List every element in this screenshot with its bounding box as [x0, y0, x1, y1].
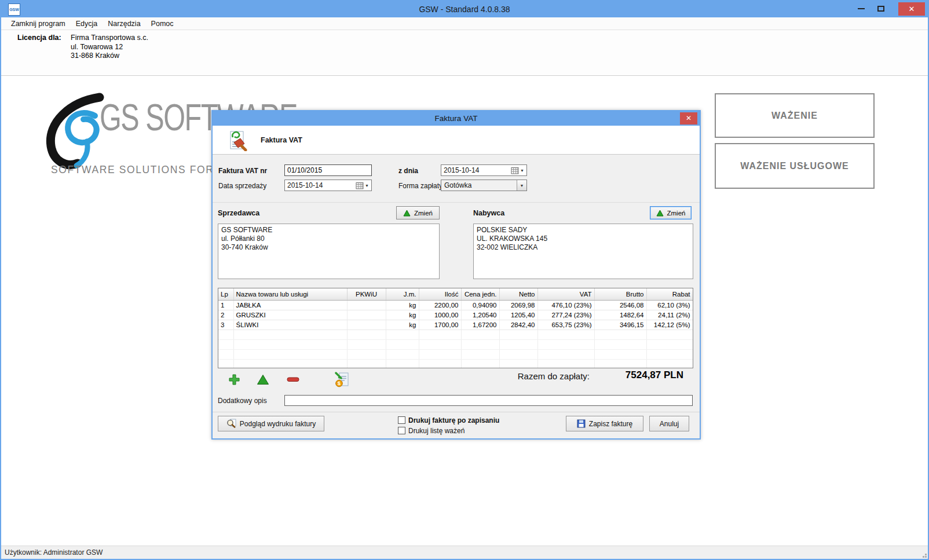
table-cell: 1,20540	[461, 310, 499, 320]
dialog-header: Faktura VAT	[213, 126, 700, 155]
table-cell	[646, 339, 693, 349]
table-row[interactable]: 3ŚLIWKIkg1700,001,672002842,40653,75 (23…	[218, 320, 693, 330]
table-cell: 142,12 (5%)	[646, 320, 693, 330]
menu-bar: Zamknij programEdycjaNarzędziaPomoc	[1, 17, 928, 30]
invoice-dialog: Faktura VAT ✕ Faktura VAT Faktura VAT nr…	[211, 110, 701, 440]
column-header[interactable]: Cena jedn.	[461, 288, 499, 300]
table-cell: 1	[218, 300, 233, 310]
column-header[interactable]: Lp	[218, 288, 233, 300]
edit-item-button[interactable]	[255, 372, 270, 387]
table-row-empty[interactable]	[218, 339, 693, 349]
table-cell	[419, 359, 461, 368]
table-row-empty[interactable]	[218, 330, 693, 339]
print-invoice-label: Drukuj fakturę po zapisaniu	[408, 416, 499, 424]
table-row-empty[interactable]	[218, 349, 693, 359]
table-cell	[386, 349, 419, 359]
table-cell: 1482,64	[594, 310, 646, 320]
address-line: POLSKIE SADY	[477, 226, 690, 235]
table-cell	[218, 339, 233, 349]
license-panel: Licencja dla: Firma Transportowa s.c.ul.…	[1, 30, 928, 76]
table-row[interactable]: 1JABŁKAkg2200,000,940902069,98476,10 (23…	[218, 300, 693, 310]
table-cell	[347, 349, 386, 359]
column-header[interactable]: Rabat	[646, 288, 693, 300]
table-cell: 277,24 (23%)	[537, 310, 594, 320]
print-weighing-list-checkbox[interactable]: Drukuj listę ważeń	[398, 426, 465, 435]
address-line: GS SOFTWARE	[221, 226, 436, 235]
table-cell	[594, 330, 646, 339]
seller-change-button[interactable]: Zmień	[396, 206, 440, 219]
menu-item[interactable]: Pomoc	[146, 17, 179, 30]
maximize-icon	[877, 6, 884, 12]
service-weighing-button[interactable]: WAŻENIE USŁUGOWE	[715, 143, 875, 189]
print-invoice-checkbox[interactable]: Drukuj fakturę po zapisaniu	[398, 416, 499, 424]
price-list-button[interactable]: $	[334, 372, 349, 387]
payment-method-select[interactable]: Gotówka ▼	[441, 180, 527, 191]
table-cell	[419, 330, 461, 339]
column-header[interactable]: Ilość	[419, 288, 461, 300]
table-cell	[461, 330, 499, 339]
dropdown-icon[interactable]: ▼	[364, 184, 371, 188]
address-line: 32-002 WIELICZKA	[477, 243, 690, 252]
menu-item[interactable]: Narzędzia	[103, 17, 145, 30]
weighing-button[interactable]: WAŻENIE	[715, 93, 875, 138]
table-cell	[347, 339, 386, 349]
table-row[interactable]: 2GRUSZKIkg1000,001,205401205,40277,24 (2…	[218, 310, 693, 320]
calendar-icon[interactable]	[511, 167, 519, 174]
table-cell	[347, 330, 386, 339]
buyer-address[interactable]: POLSKIE SADYUL. KRAKOWSKA 14532-002 WIEL…	[473, 224, 693, 279]
license-line: Firma Transportowa s.c.	[71, 34, 148, 43]
save-invoice-label: Zapisz fakturę	[589, 420, 632, 428]
buyer-change-button[interactable]: Zmień	[650, 206, 692, 219]
title-bar: GSW GSW - Standard 4.0.8.38 ✕	[1, 1, 928, 17]
checkbox-icon[interactable]	[398, 416, 405, 424]
cancel-button[interactable]: Anuluj	[649, 416, 689, 431]
dropdown-icon[interactable]: ▼	[517, 180, 526, 191]
dialog-close-button[interactable]: ✕	[680, 112, 697, 125]
issue-date-field[interactable]: 2015-10-14 ▼	[441, 164, 527, 176]
column-header[interactable]: VAT	[537, 288, 594, 300]
column-header[interactable]: Netto	[499, 288, 537, 300]
print-preview-button[interactable]: Podgląd wydruku faktury	[218, 416, 324, 431]
column-header[interactable]: J.m.	[386, 288, 419, 300]
seller-address[interactable]: GS SOFTWAREul. Półłanki 8030-740 Kraków	[218, 224, 440, 279]
table-cell: 1000,00	[419, 310, 461, 320]
issue-date-value: 2015-10-14	[444, 166, 511, 174]
sale-date-label: Data sprzedaży	[218, 180, 266, 192]
table-cell: 1205,40	[499, 310, 537, 320]
table-row-empty[interactable]	[218, 359, 693, 368]
floppy-icon	[577, 419, 586, 428]
menu-item[interactable]: Zamknij program	[6, 17, 71, 30]
table-cell	[419, 339, 461, 349]
invoice-stamp-icon	[226, 130, 247, 153]
description-input[interactable]	[284, 395, 693, 406]
resize-grip[interactable]	[925, 556, 927, 558]
description-label: Dodatkowy opis	[218, 396, 267, 407]
minimize-button[interactable]	[853, 1, 870, 16]
add-item-button[interactable]	[226, 372, 242, 387]
close-button[interactable]: ✕	[898, 2, 925, 16]
items-table[interactable]: LpNazwa towaru lub usługiPKWiUJ.m.IlośćC…	[218, 288, 693, 368]
maximize-button[interactable]	[872, 1, 890, 16]
dropdown-icon[interactable]: ▼	[519, 169, 526, 173]
column-header[interactable]: PKWiU	[347, 288, 386, 300]
sale-date-field[interactable]: 2015-10-14 ▼	[284, 180, 372, 191]
table-cell	[461, 359, 499, 368]
table-cell: 476,10 (23%)	[537, 300, 594, 310]
table-cell: 2200,00	[419, 300, 461, 310]
table-body: 1JABŁKAkg2200,000,940902069,98476,10 (23…	[218, 300, 693, 368]
save-invoice-button[interactable]: Zapisz fakturę	[566, 416, 643, 431]
invoice-number-input[interactable]	[284, 164, 372, 176]
calendar-icon[interactable]	[356, 182, 364, 189]
address-line: UL. KRAKOWSKA 145	[477, 235, 690, 243]
triangle-icon	[656, 210, 664, 217]
menu-item[interactable]: Edycja	[71, 17, 103, 30]
table-cell	[347, 310, 386, 320]
table-cell	[594, 349, 646, 359]
minimize-icon	[858, 8, 865, 9]
remove-item-button[interactable]	[286, 372, 301, 387]
column-header[interactable]: Nazwa towaru lub usługi	[233, 288, 347, 300]
checkbox-icon[interactable]	[398, 427, 405, 434]
table-cell	[594, 359, 646, 368]
table-cell: 24,11 (2%)	[646, 310, 693, 320]
column-header[interactable]: Brutto	[594, 288, 646, 300]
